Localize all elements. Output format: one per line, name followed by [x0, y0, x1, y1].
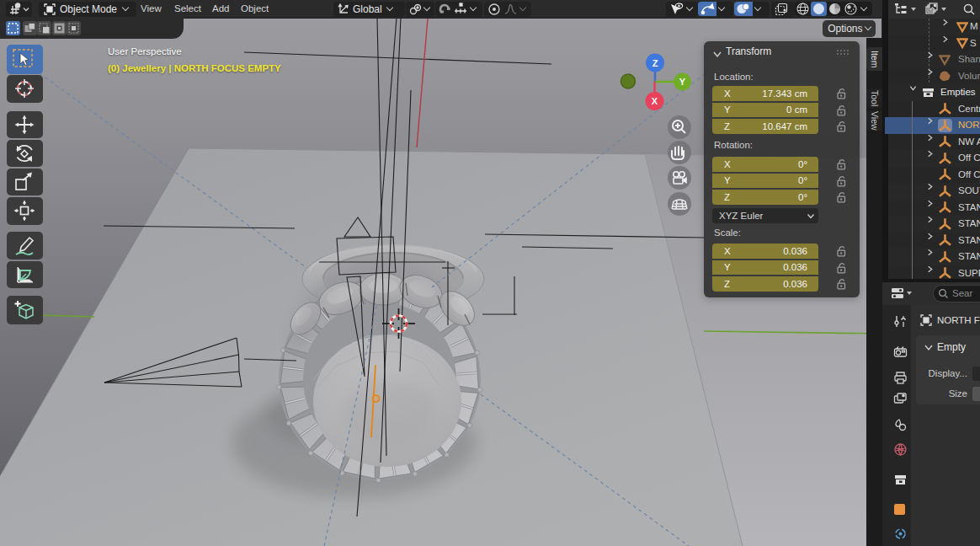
svg-text:X: X — [652, 96, 658, 106]
svg-text:Y: Y — [679, 77, 686, 87]
svg-text:Z: Z — [652, 58, 658, 68]
